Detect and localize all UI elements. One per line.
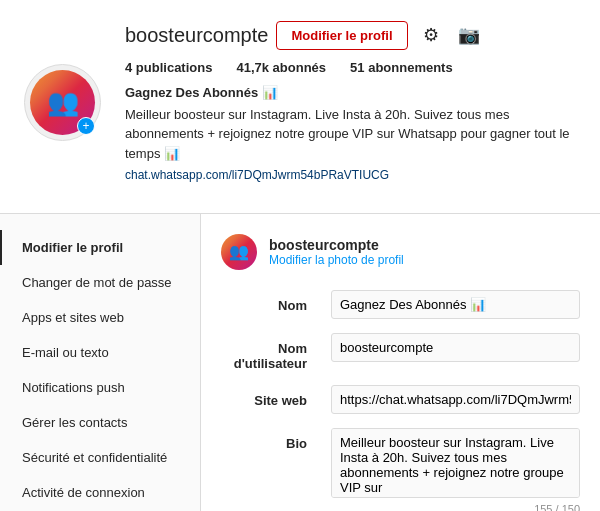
edit-profile-button[interactable]: Modifier le profil	[276, 21, 407, 50]
stat-publications: 4 publications	[125, 60, 212, 75]
avatar-icon: 👥	[47, 87, 79, 118]
form-row-username: Nom d'utilisateur	[221, 333, 580, 371]
profile-bio: Gagnez Des Abonnés 📊 Meilleur boosteur s…	[125, 83, 576, 185]
stat-abonnements: 51 abonnements	[350, 60, 453, 75]
form-avatar: 👥	[221, 234, 257, 270]
sidebar-item-email-texto[interactable]: E-mail ou texto	[0, 335, 200, 370]
form-row-nom: Nom	[221, 290, 580, 319]
change-photo-link[interactable]: Modifier la photo de profil	[269, 253, 404, 267]
sidebar: Modifier le profil Changer de mot de pas…	[0, 214, 200, 512]
profile-header: 👥 + boosteurcompte Modifier le profil ⚙ …	[0, 0, 600, 214]
form-user-info: boosteurcompte Modifier la photo de prof…	[269, 237, 404, 267]
input-website[interactable]	[331, 385, 580, 414]
form-username: boosteurcompte	[269, 237, 404, 253]
sidebar-item-apps[interactable]: Apps et sites web	[0, 300, 200, 335]
field-nom	[331, 290, 580, 319]
label-website: Site web	[221, 385, 331, 408]
form-avatar-icon: 👥	[229, 242, 249, 261]
form-user-row: 👥 boosteurcompte Modifier la photo de pr…	[221, 234, 580, 270]
profile-info: boosteurcompte Modifier le profil ⚙ 📷 4 …	[125, 20, 576, 185]
field-bio: Meilleur boosteur sur Instagram. Live In…	[331, 428, 580, 512]
label-bio: Bio	[221, 428, 331, 451]
label-nom: Nom	[221, 290, 331, 313]
avatar: 👥 +	[24, 64, 101, 141]
sidebar-item-activity[interactable]: Activité de connexion	[0, 475, 200, 510]
input-username[interactable]	[331, 333, 580, 362]
camera-icon[interactable]: 📷	[454, 20, 484, 50]
field-website	[331, 385, 580, 414]
avatar-gradient: 👥 +	[30, 70, 95, 135]
bio-text: Meilleur boosteur sur Instagram. Live In…	[125, 105, 576, 164]
profile-top: 👥 + boosteurcompte Modifier le profil ⚙ …	[24, 20, 576, 185]
input-nom[interactable]	[331, 290, 580, 319]
username-row: boosteurcompte Modifier le profil ⚙ 📷	[125, 20, 576, 50]
sidebar-item-edit-profile[interactable]: Modifier le profil	[0, 230, 200, 265]
textarea-bio[interactable]: Meilleur boosteur sur Instagram. Live In…	[331, 428, 580, 498]
form-row-website: Site web	[221, 385, 580, 414]
edit-form: 👥 boosteurcompte Modifier la photo de pr…	[200, 214, 600, 512]
char-count: 155 / 150	[331, 503, 580, 512]
avatar-plus: +	[77, 117, 95, 135]
sidebar-item-security[interactable]: Sécurité et confidentialité	[0, 440, 200, 475]
main-content: Modifier le profil Changer de mot de pas…	[0, 214, 600, 512]
profile-username: boosteurcompte	[125, 24, 268, 47]
settings-icon[interactable]: ⚙	[416, 20, 446, 50]
stat-abonnes: 41,7k abonnés	[236, 60, 326, 75]
field-username	[331, 333, 580, 362]
bio-name: Gagnez Des Abonnés 📊	[125, 83, 576, 103]
form-row-bio: Bio Meilleur boosteur sur Instagram. Liv…	[221, 428, 580, 512]
bio-link[interactable]: chat.whatsapp.com/li7DQmJwrm54bPRaVTIUCG	[125, 168, 389, 182]
sidebar-item-password[interactable]: Changer de mot de passe	[0, 265, 200, 300]
sidebar-item-contacts[interactable]: Gérer les contacts	[0, 405, 200, 440]
profile-stats: 4 publications 41,7k abonnés 51 abonneme…	[125, 60, 576, 75]
sidebar-item-push[interactable]: Notifications push	[0, 370, 200, 405]
label-username: Nom d'utilisateur	[221, 333, 331, 371]
